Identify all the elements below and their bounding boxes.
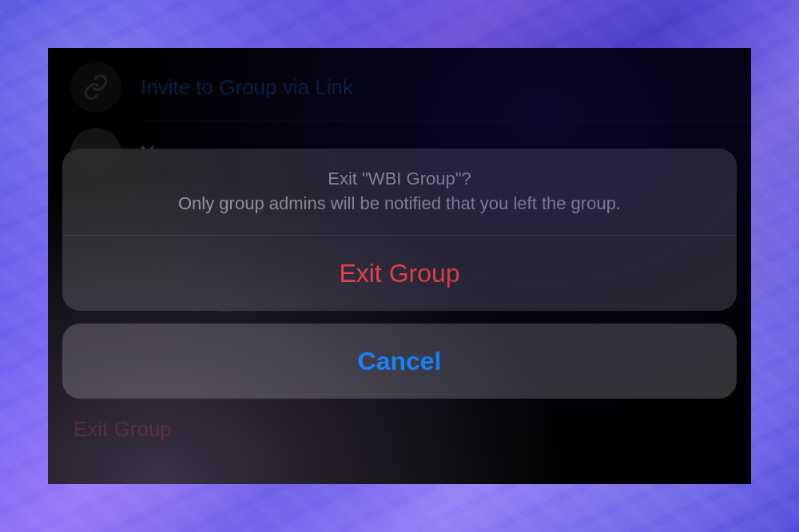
exit-group-button-label: Exit Group <box>339 259 459 288</box>
cancel-button[interactable]: Cancel <box>62 324 737 399</box>
action-sheet: Exit "WBI Group"? Only group admins will… <box>62 149 737 399</box>
screenshot-frame: Invite to Group via Link You Clear Chat … <box>48 48 751 484</box>
exit-group-button[interactable]: Exit Group <box>62 236 737 311</box>
action-sheet-header: Exit "WBI Group"? Only group admins will… <box>62 149 737 235</box>
action-sheet-title: Exit "WBI Group"? <box>86 166 713 191</box>
cancel-button-label: Cancel <box>358 347 442 376</box>
action-sheet-group: Exit "WBI Group"? Only group admins will… <box>62 149 737 311</box>
wallpaper-backdrop: Invite to Group via Link You Clear Chat … <box>0 0 799 532</box>
action-sheet-message: Only group admins will be notified that … <box>86 191 713 216</box>
